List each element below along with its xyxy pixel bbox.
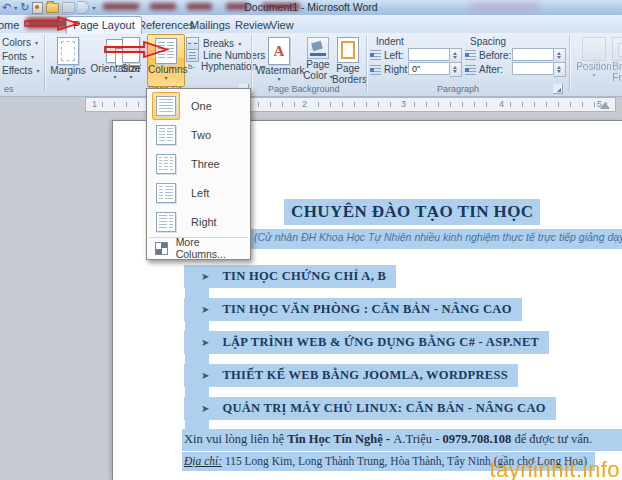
spacing-after-input[interactable] — [512, 62, 554, 75]
tab-view[interactable]: View — [264, 17, 300, 33]
arrow-bullet-icon: ➤ — [201, 271, 209, 283]
bring-front-label-1: Bring — [607, 62, 622, 72]
menu-item-label: Three — [191, 158, 220, 170]
contact-suffix: để được tư vấn. — [511, 432, 592, 446]
spacing-before-stepper[interactable] — [554, 48, 566, 63]
doc-bullet-row: ➤ QUẢN TRỊ MÁY CHỦ LINUX: CĂN BẢN - NÂNG… — [184, 397, 556, 420]
bullet-text: TIN HỌC CHỨNG CHỈ A, B — [222, 269, 386, 284]
margins-button[interactable]: Margins ▾ — [47, 34, 89, 92]
bring-to-front-button[interactable]: Bring Front — [607, 34, 622, 92]
chevron-down-icon: ▾ — [148, 75, 184, 81]
indent-left-input[interactable] — [408, 48, 450, 61]
chevron-down-icon: ▾ — [256, 76, 302, 82]
address-label: Địa chỉ: — [184, 455, 222, 467]
three-columns-icon — [152, 150, 180, 178]
spacing-after-label: After: — [479, 64, 503, 75]
hyphenation-button[interactable]: b- Hyphenation ▾ — [186, 61, 264, 72]
ruler-number: 2 — [300, 99, 309, 110]
indent-left-label: Left: — [384, 50, 403, 61]
ribbon: Colors ▾ Fonts ▾ Effects ▾ es Margins ▾ … — [0, 33, 622, 97]
theme-colors-button[interactable]: Colors ▾ — [2, 37, 38, 48]
redaction-blur — [226, 3, 249, 10]
contact-phone: 0979.708.108 — [443, 432, 512, 446]
left-column-icon — [152, 179, 180, 207]
spacing-after-stepper[interactable] — [554, 62, 566, 77]
bullet-text: LẬP TRÌNH WEB & ỨNG DỤNG BẰNG C# - ASP.N… — [222, 335, 539, 350]
annotation-arrow-columns — [104, 40, 170, 59]
more-columns-label: More Columns... — [176, 236, 250, 260]
size-label: Size — [116, 64, 146, 74]
word-window: ↶ ▾ ↻ ▾ Document1 - Microsoft Word ome P… — [0, 0, 622, 480]
margins-label: Margins — [47, 66, 89, 76]
doc-subtitle: (Cử nhân ĐH Khoa Học Tự Nhiên nhiều kinh… — [251, 229, 622, 249]
selection-strip — [185, 287, 209, 298]
watermark-icon: A — [268, 37, 290, 65]
position-icon — [582, 37, 606, 61]
menu-item-label: Left — [191, 187, 209, 199]
themes-group-label: es — [4, 84, 14, 94]
bring-to-front-icon — [612, 37, 622, 61]
watermark-label: Watermark — [256, 66, 302, 76]
theme-effects-button[interactable]: Effects ▾ — [2, 65, 39, 76]
arrow-bullet-icon: ➤ — [201, 304, 209, 316]
right-indent-marker[interactable] — [600, 102, 610, 109]
contact-person: A.Triệu - — [393, 432, 442, 446]
contact-prefix: Xin vui lòng liên hệ — [184, 432, 287, 446]
indent-label: Indent — [376, 36, 404, 47]
page-color-label-1: Page — [303, 60, 333, 70]
columns-label: Columns — [148, 65, 184, 75]
bullet-text: TIN HỌC VĂN PHÒNG : CĂN BẢN - NÂNG CAO — [222, 302, 511, 317]
paragraph-group-label: Paragraph — [437, 84, 479, 94]
paragraph-dialog-launcher[interactable] — [553, 84, 563, 94]
arrow-bullet-icon: ➤ — [201, 403, 209, 415]
margins-icon — [57, 37, 79, 65]
more-columns-icon — [155, 242, 168, 255]
theme-effects-label: Effects — [2, 65, 32, 76]
indent-left-stepper[interactable] — [450, 48, 462, 63]
menu-item-label: Two — [191, 129, 211, 141]
chevron-down-icon: ▾ — [31, 53, 34, 60]
spacing-before-icon — [465, 50, 476, 60]
chevron-down-icon: ▾ — [35, 39, 38, 46]
indent-right-label: Right: — [384, 64, 410, 75]
columns-menu-item-three[interactable]: Three — [147, 149, 250, 178]
columns-menu-item-one[interactable]: One — [147, 91, 250, 120]
columns-menu-item-right[interactable]: Right — [147, 207, 250, 236]
indent-right-stepper[interactable] — [450, 62, 462, 77]
right-column-icon — [152, 208, 180, 236]
group-separator — [569, 35, 570, 91]
spacing-label: Spacing — [470, 36, 506, 47]
page-borders-icon — [337, 37, 359, 63]
bring-front-label-2: Front — [607, 73, 622, 83]
title-bar: ↶ ▾ ↻ ▾ Document1 - Microsoft Word — [0, 0, 622, 16]
redaction-smudge — [470, 2, 540, 11]
theme-fonts-label: Fonts — [2, 51, 27, 62]
arrow-bullet-icon: ➤ — [201, 337, 209, 349]
one-column-icon — [152, 92, 180, 120]
group-separator — [366, 35, 367, 91]
group-separator — [251, 35, 252, 91]
columns-menu-item-two[interactable]: Two — [147, 120, 250, 149]
doc-bullet-row: ➤ LẬP TRÌNH WEB & ỨNG DỤNG BẰNG C# - ASP… — [184, 331, 549, 354]
theme-fonts-button[interactable]: Fonts ▾ — [2, 51, 34, 62]
tab-home[interactable]: ome — [0, 17, 25, 33]
redaction-blur — [262, 3, 300, 10]
ribbon-tab-bar: ome Page Layout References Mailings Revi… — [0, 15, 622, 33]
columns-menu-item-left[interactable]: Left — [147, 178, 250, 207]
doc-contact-line: Xin vui lòng liên hệ Tin Học Tín Nghệ - … — [182, 429, 622, 451]
annotation-arrow-insert-to-pagelayout — [24, 16, 80, 31]
bullet-text: QUẢN TRỊ MÁY CHỦ LINUX: CĂN BẢN - NÂNG C… — [222, 401, 545, 416]
page-color-icon — [307, 37, 329, 59]
doc-bullet-row: ➤ THIẾT KẾ WEB BẰNG JOOMLA, WORDPRESS — [184, 364, 518, 387]
redaction-blur — [187, 3, 212, 10]
chevron-down-icon: ▾ — [36, 67, 39, 74]
indent-right-input[interactable]: 0" — [408, 62, 450, 75]
spacing-before-input[interactable] — [512, 48, 554, 61]
more-columns-menu-item[interactable]: More Columns... — [147, 239, 250, 257]
selection-strip — [185, 320, 209, 331]
page-background-group-label: Page Background — [268, 84, 340, 94]
arrow-bullet-icon: ➤ — [201, 370, 209, 382]
breaks-label: Breaks — [203, 38, 234, 49]
doc-bullet-row: ➤ TIN HỌC CHỨNG CHỈ A, B — [184, 265, 396, 288]
two-columns-icon — [152, 121, 180, 149]
